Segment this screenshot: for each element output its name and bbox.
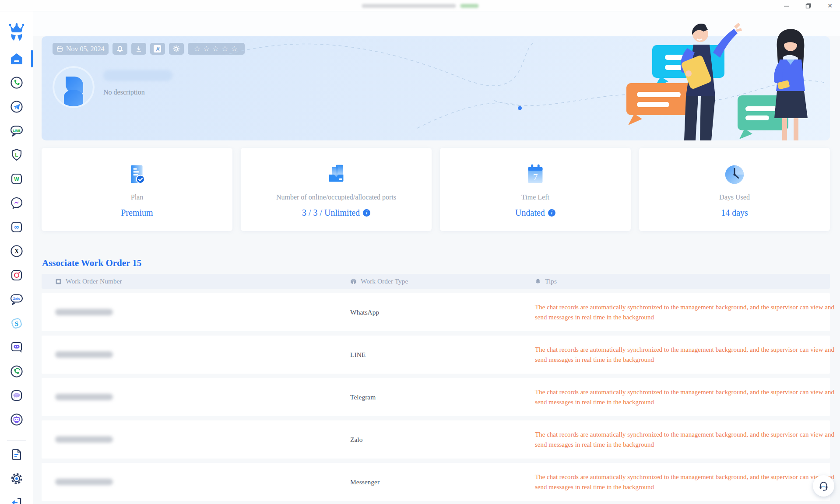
svg-text:∞: ∞ (14, 223, 19, 231)
banner-decoration (42, 36, 830, 140)
sidebar-item-logout[interactable] (0, 497, 33, 504)
list-icon (55, 278, 62, 285)
shield-l-icon: L (10, 148, 23, 161)
line-icon: LINE (10, 124, 24, 137)
sidebar-item-documents[interactable] (0, 448, 33, 461)
support-button[interactable] (813, 475, 834, 497)
headset-icon (818, 480, 829, 492)
work-order-tip: The chat records are automatically synch… (535, 472, 839, 492)
sidebar-item-messenger[interactable] (0, 197, 33, 209)
work-orders-heading: Associate Work Order 15 (42, 258, 141, 269)
work-order-number-blurred (55, 394, 113, 400)
instagram-icon (10, 269, 23, 282)
minimize-button[interactable] (780, 0, 792, 11)
titlebar: ✕ (0, 0, 840, 11)
work-order-row[interactable]: Telegram The chat records are automatica… (42, 378, 830, 416)
whatsapp-icon (10, 76, 23, 89)
info-icon[interactable]: i (363, 209, 370, 217)
column-header: Work Order Type (361, 277, 408, 285)
work-order-row[interactable]: Zalo The chat records are automatically … (42, 420, 830, 458)
x-twitter-icon: X (10, 245, 23, 258)
sidebar-item-skype[interactable]: S (0, 317, 33, 329)
phone-callback-icon (10, 365, 23, 378)
work-order-row[interactable]: WhatsApp The chat records are automatica… (42, 293, 830, 331)
work-order-number-blurred (55, 309, 113, 315)
work-order-tip: The chat records are automatically synch… (535, 302, 839, 322)
window-title-redacted (362, 4, 478, 8)
w-badge-icon: W (10, 172, 23, 186)
discord-icon (10, 341, 23, 354)
stat-value: 14 days (721, 208, 748, 218)
sidebar-item-instagram[interactable] (0, 269, 33, 281)
stat-value: 3 / 3 / Unlimited (302, 208, 360, 218)
stat-card-plan: Plan Premium (42, 148, 232, 231)
zalo-icon: Zalo (10, 293, 24, 306)
svg-text:X: X (14, 248, 18, 255)
table-header-row: Work Order Number Work Order Type Tips (42, 274, 830, 289)
calendar-7-icon: 7 (523, 162, 548, 188)
title-text-blurred (362, 4, 456, 8)
work-order-row[interactable]: LINE The chat records are automatically … (42, 336, 830, 374)
logout-icon (10, 496, 23, 504)
messenger-icon (10, 196, 23, 210)
restore-icon (805, 3, 811, 9)
column-header: Work Order Number (66, 277, 122, 285)
minimize-icon (784, 3, 789, 9)
svg-text:W: W (14, 176, 19, 182)
crown-icon (8, 23, 25, 42)
sidebar-item-discord[interactable] (0, 341, 33, 354)
crown-logo (0, 23, 33, 42)
chat-bubble-icon (10, 389, 23, 402)
stat-label: Plan (125, 193, 149, 201)
work-order-row[interactable]: Messenger The chat records are automatic… (42, 463, 830, 501)
work-order-tip: The chat records are automatically synch… (535, 345, 839, 365)
top-strip (33, 11, 840, 36)
stat-value: Undated (515, 208, 545, 218)
bot-icon (10, 413, 23, 426)
sidebar-divider (7, 440, 26, 441)
skype-icon: S (10, 317, 23, 330)
sidebar-item-bot[interactable] (0, 413, 33, 426)
work-order-number-blurred (55, 479, 113, 485)
document-icon (10, 448, 23, 461)
title-status-blurred (460, 4, 478, 8)
clock-icon (722, 162, 747, 188)
main-content: Nov 05, 2024 A a (33, 11, 840, 504)
sidebar-item-telegram[interactable] (0, 101, 33, 113)
work-order-type: Zalo (350, 436, 535, 444)
sidebar-item-x[interactable]: X (0, 245, 33, 257)
work-order-number-blurred (55, 351, 113, 358)
telegram-icon (10, 100, 23, 113)
stat-card-time-left: 7 Time Left Undated i (440, 148, 631, 231)
stat-card-ports: Number of online/occupied/allocated port… (241, 148, 432, 231)
sidebar-item-w-badge[interactable]: W (0, 173, 33, 185)
cube-icon (350, 278, 357, 285)
tips-bell-icon (535, 278, 541, 285)
work-orders-table: Work Order Number Work Order Type Tips (42, 274, 830, 501)
sidebar-item-line-shield[interactable]: L (0, 149, 33, 161)
svg-text:S: S (14, 320, 18, 327)
sidebar-item-phone-callback[interactable] (0, 365, 33, 378)
sidebar-item-line[interactable]: LINE (0, 125, 33, 137)
stat-value: Premium (121, 208, 153, 218)
plan-document-icon (124, 162, 150, 188)
ports-box-icon (323, 162, 349, 188)
sidebar: LINE L W ∞ X (0, 11, 33, 504)
stat-cards: Plan Premium Number of online/occupied/a… (42, 148, 830, 231)
work-order-tip: The chat records are automatically synch… (535, 387, 839, 407)
sidebar-item-meta[interactable]: ∞ (0, 221, 33, 233)
work-order-type: LINE (350, 351, 535, 359)
sidebar-item-chat-bubble[interactable] (0, 389, 33, 402)
work-order-number-blurred (55, 436, 113, 443)
svg-text:LINE: LINE (13, 129, 20, 133)
sidebar-item-settings[interactable] (0, 472, 33, 485)
meta-icon: ∞ (10, 220, 23, 234)
restore-button[interactable] (802, 0, 814, 11)
sidebar-item-home[interactable] (0, 52, 33, 65)
svg-text:L: L (15, 152, 18, 158)
gear-icon (10, 472, 23, 485)
close-button[interactable]: ✕ (824, 0, 836, 11)
sidebar-item-whatsapp[interactable] (0, 77, 33, 89)
info-icon[interactable]: i (548, 209, 555, 217)
sidebar-item-zalo[interactable]: Zalo (0, 293, 33, 305)
